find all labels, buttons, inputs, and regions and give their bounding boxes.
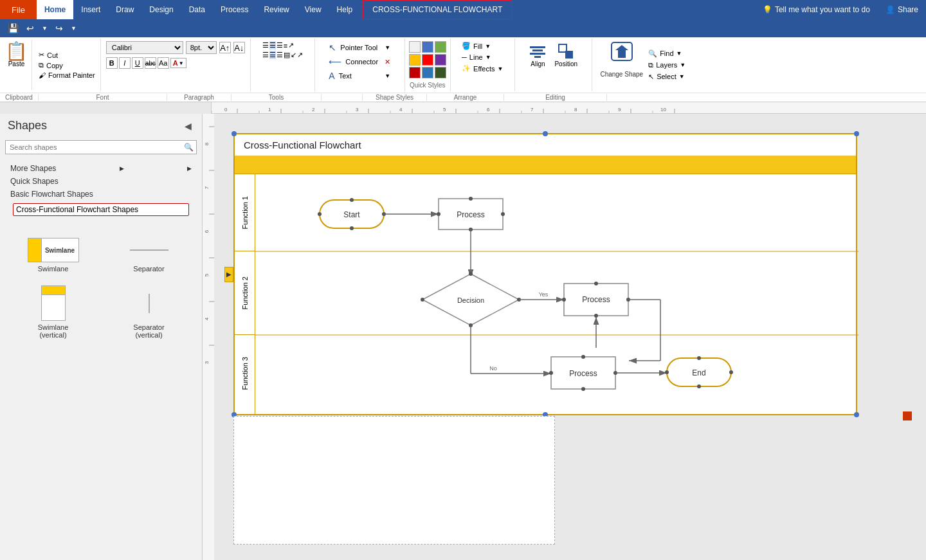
customize-qat[interactable]: ▼ [68, 24, 79, 33]
svg-marker-7 [615, 45, 628, 58]
menu-design[interactable]: Design [141, 0, 181, 19]
qs-item-3[interactable] [435, 41, 446, 53]
expand-handle[interactable]: ▶ [224, 267, 233, 282]
menu-review[interactable]: Review [256, 0, 296, 19]
align-right-top[interactable]: ☰ [277, 41, 283, 50]
redo-button[interactable]: ↪ [53, 22, 66, 35]
layers-dropdown[interactable]: ▼ [680, 62, 685, 68]
qs-item-9[interactable] [435, 67, 446, 78]
format-painter-button[interactable]: 🖌 Format Painter [36, 71, 98, 80]
ribbon-content: 📋 Paste ✂ Cut ⧉ Copy 🖌 Format Painter [0, 37, 926, 93]
search-icon[interactable]: 🔍 [184, 143, 194, 152]
diagram-container[interactable]: Cross-Functional Flowchart Function 1 [233, 133, 857, 415]
fill-button[interactable]: 🪣 Fill ▼ [460, 41, 504, 51]
canvas-wrapper: 8 7 6 5 4 3 [203, 114, 926, 560]
bullets-button[interactable]: ≡ [284, 41, 287, 50]
fill-dropdown[interactable]: ▼ [485, 43, 491, 50]
menu-process[interactable]: Process [213, 0, 256, 19]
select-dropdown[interactable]: ▼ [679, 73, 685, 80]
qs-item-8[interactable] [422, 67, 433, 78]
basic-flowchart-item[interactable]: Basic Flowchart Shapes [8, 188, 194, 201]
para-more[interactable]: ↗ [297, 51, 303, 59]
pointer-dropdown[interactable]: ▼ [385, 44, 390, 51]
align-center-top[interactable]: ☰ [269, 41, 276, 50]
font-grow-button[interactable]: A↑ [219, 42, 231, 53]
connector-button[interactable]: ⟵ Connector ✕ [325, 55, 394, 68]
para-row1: ☰ ☰ ☰ ≡ ↗ [262, 41, 303, 50]
canvas-area[interactable]: Cross-Functional Flowchart Function 1 [214, 114, 926, 560]
undo-dropdown[interactable]: ▼ [39, 24, 50, 33]
align-button[interactable]: Align [526, 41, 549, 89]
more-shapes-item[interactable]: More Shapes ▶ [8, 162, 194, 175]
position-button[interactable]: Position [552, 41, 580, 89]
qs-item-6[interactable] [435, 54, 446, 66]
font-size-btn[interactable]: Aa [158, 57, 169, 69]
swimlane-item[interactable]: Swimlane Swimlane [8, 234, 98, 276]
shapes-nav: More Shapes ▶ Quick Shapes Basic Flowcha… [0, 157, 202, 224]
menu-draw[interactable]: Draw [108, 0, 141, 19]
copy-button[interactable]: ⧉ Copy [36, 60, 98, 70]
tell-me[interactable]: 💡 Tell me what you want to do [755, 5, 878, 14]
swimlane-v-item[interactable]: Swimlane(vertical) [8, 282, 98, 343]
swimlane-v-box [41, 285, 66, 321]
font-size-select[interactable]: 8pt. [186, 41, 217, 54]
separator-v-item[interactable]: Separator(vertical) [104, 282, 194, 343]
resize-handle-br[interactable] [903, 411, 912, 420]
ribbon-labels-row: Clipboard Font Paragraph Tools Shape Sty… [0, 93, 926, 102]
align-right-bot[interactable]: ☰ [277, 51, 283, 59]
search-input[interactable] [8, 142, 184, 152]
font-shrink-button[interactable]: A↓ [233, 42, 245, 53]
underline-button[interactable]: U [132, 57, 143, 69]
menu-data[interactable]: Data [181, 0, 213, 19]
qs-item-7[interactable] [409, 67, 421, 78]
undo-button[interactable]: ↩ [24, 22, 37, 35]
cut-button[interactable]: ✂ Cut [36, 50, 98, 60]
font-color-button[interactable]: A ▼ [170, 58, 186, 68]
qs-item-1[interactable] [409, 41, 421, 53]
line-button[interactable]: ─ Line ▼ [460, 53, 504, 62]
decrease-indent[interactable]: ↙ [291, 51, 296, 59]
svg-text:2: 2 [312, 107, 315, 113]
qs-item-5[interactable] [422, 54, 433, 66]
crossfunc-shapes-item[interactable]: Cross-Functional Flowchart Shapes [13, 203, 189, 216]
menu-view[interactable]: View [297, 0, 329, 19]
shapes-collapse-button[interactable]: ◀ [182, 120, 194, 132]
align-left-bot[interactable]: ☰ [262, 51, 269, 59]
effects-dropdown[interactable]: ▼ [498, 66, 504, 72]
italic-button[interactable]: I [119, 57, 131, 69]
line-dropdown[interactable]: ▼ [486, 54, 491, 60]
find-button[interactable]: 🔍 Find ▼ [647, 49, 687, 59]
shapes-library: Swimlane Swimlane Separator Swim [0, 226, 202, 350]
find-dropdown[interactable]: ▼ [676, 50, 682, 57]
main: Shapes ◀ 🔍 More Shapes ▶ Quick Shapes Ba… [0, 114, 926, 560]
align-center-bot[interactable]: ☰ [269, 51, 276, 59]
svg-point-94 [581, 355, 585, 359]
qs-item-2[interactable] [422, 41, 433, 53]
text-button[interactable]: A Text ▼ [325, 69, 394, 82]
shapes-title: Shapes [8, 119, 47, 132]
qs-item-4[interactable] [409, 54, 421, 66]
strikethrough-button[interactable]: abc [145, 57, 156, 69]
separator-item[interactable]: Separator [104, 234, 194, 276]
menu-insert[interactable]: Insert [73, 0, 108, 19]
justify-button[interactable]: ▤ [284, 51, 290, 59]
menu-crossfunc[interactable]: CROSS-FUNCTIONAL FLOWCHART [363, 0, 512, 19]
pointer-tool-button[interactable]: ↖ Pointer Tool ▼ [325, 41, 394, 54]
menu-home[interactable]: Home [37, 0, 73, 19]
increase-indent[interactable]: ↗ [288, 41, 294, 50]
paste-button[interactable]: 📋 Paste [5, 40, 32, 90]
shape-styles-items: 🪣 Fill ▼ ─ Line ▼ ✨ Effects ▼ [460, 41, 504, 89]
save-button[interactable]: 💾 [5, 22, 21, 35]
menu-file[interactable]: File [0, 0, 37, 19]
align-left-top[interactable]: ☰ [262, 41, 269, 50]
effects-button[interactable]: ✨ Effects ▼ [460, 64, 504, 73]
font-family-select[interactable]: Calibri [106, 41, 183, 54]
text-dropdown[interactable]: ▼ [385, 73, 390, 79]
bold-button[interactable]: B [106, 57, 118, 69]
share-button[interactable]: 👤 Share [878, 5, 926, 14]
font-color-dropdown[interactable]: ▼ [179, 60, 184, 66]
quick-shapes-item[interactable]: Quick Shapes [8, 175, 194, 188]
layers-button[interactable]: ⧉ Layers ▼ [647, 60, 687, 70]
select-button[interactable]: ↖ Select ▼ [647, 72, 687, 82]
menu-help[interactable]: Help [329, 0, 361, 19]
